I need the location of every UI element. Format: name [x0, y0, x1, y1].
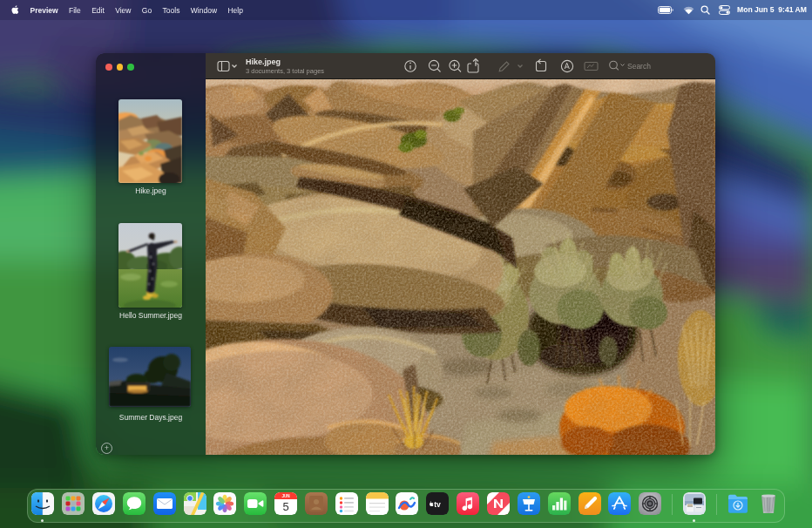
svg-text:Search: Search	[627, 62, 651, 71]
svg-text:JUN: JUN	[281, 494, 290, 498]
svg-text:tv: tv	[435, 500, 442, 509]
svg-text:5: 5	[282, 500, 288, 513]
